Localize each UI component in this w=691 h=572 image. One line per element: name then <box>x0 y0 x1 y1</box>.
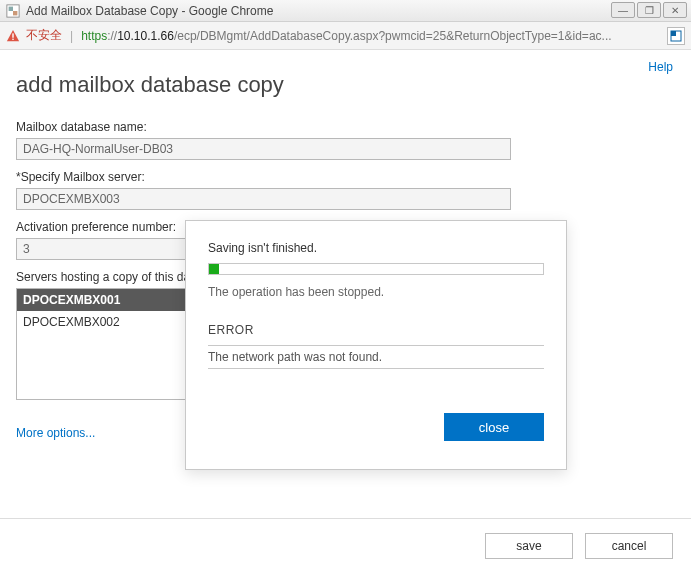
page-footer: save cancel <box>0 518 691 572</box>
minimize-button[interactable]: — <box>611 2 635 18</box>
mailbox-server-input[interactable] <box>16 188 511 210</box>
app-favicon-icon <box>6 4 20 18</box>
url-path: /ecp/DBMgmt/AddDatabaseCopy.aspx?pwmcid=… <box>174 29 612 43</box>
window-controls: — ❐ ✕ <box>611 2 687 18</box>
help-link[interactable]: Help <box>648 60 673 74</box>
url-text[interactable]: https://10.10.1.66/ecp/DBMgmt/AddDatabas… <box>81 29 661 43</box>
modal-close-button[interactable]: close <box>444 413 544 441</box>
more-options-link[interactable]: More options... <box>16 426 95 440</box>
modal-status-text: Saving isn't finished. <box>208 241 544 255</box>
error-modal: Saving isn't finished. The operation has… <box>185 220 567 470</box>
url-scheme: https <box>81 29 107 43</box>
window-titlebar: Add Mailbox Database Copy - Google Chrom… <box>0 0 691 22</box>
save-button[interactable]: save <box>485 533 573 559</box>
url-host: 10.10.1.66 <box>117 29 174 43</box>
svg-rect-5 <box>12 38 13 39</box>
modal-footer: close <box>208 413 544 441</box>
url-scheme-sep: :// <box>107 29 117 43</box>
progress-bar <box>208 263 544 275</box>
address-bar: 不安全 | https://10.10.1.66/ecp/DBMgmt/AddD… <box>0 22 691 50</box>
error-message: The network path was not found. <box>208 345 544 369</box>
svg-rect-1 <box>9 6 13 10</box>
page-body: Help add mailbox database copy Mailbox d… <box>0 50 691 572</box>
db-name-input[interactable] <box>16 138 511 160</box>
progress-fill <box>209 264 219 274</box>
svg-rect-2 <box>13 11 17 15</box>
operation-stopped-text: The operation has been stopped. <box>208 285 544 299</box>
insecure-label: 不安全 <box>26 27 62 44</box>
error-heading: ERROR <box>208 323 544 337</box>
window-title: Add Mailbox Database Copy - Google Chrom… <box>26 4 273 18</box>
cancel-button[interactable]: cancel <box>585 533 673 559</box>
page-title: add mailbox database copy <box>16 72 675 98</box>
mailbox-server-label: *Specify Mailbox server: <box>16 170 675 184</box>
extension-icon[interactable] <box>667 27 685 45</box>
url-separator: | <box>68 29 75 43</box>
svg-rect-7 <box>671 31 676 36</box>
maximize-button[interactable]: ❐ <box>637 2 661 18</box>
svg-rect-4 <box>12 33 13 37</box>
db-name-label: Mailbox database name: <box>16 120 675 134</box>
insecure-warning-icon <box>6 29 20 43</box>
window-close-button[interactable]: ✕ <box>663 2 687 18</box>
